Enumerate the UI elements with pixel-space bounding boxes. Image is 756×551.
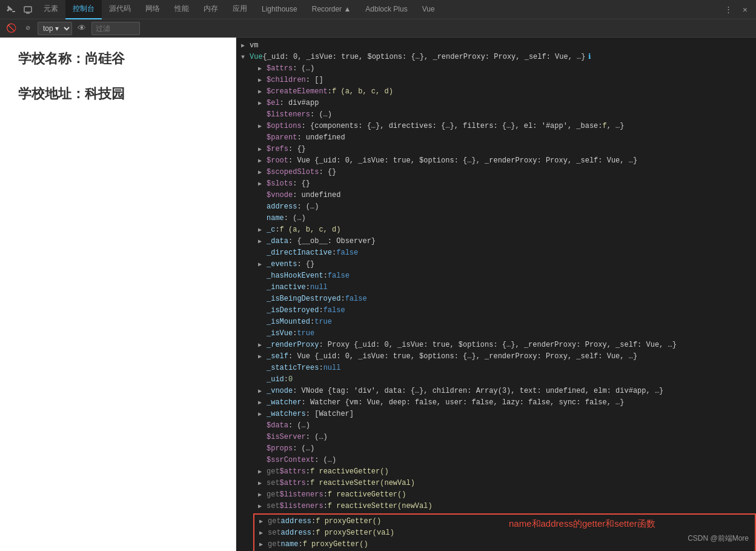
root-arrow[interactable] xyxy=(258,156,267,166)
is-destroyed-line[interactable]: _isDestroyed : false xyxy=(236,305,756,316)
device-icon[interactable] xyxy=(19,1,36,18)
data-arrow[interactable] xyxy=(258,236,267,247)
close-devtools-icon[interactable]: ✕ xyxy=(737,1,754,18)
clear-console-btn[interactable]: 🚫 xyxy=(4,21,18,36)
tab-network[interactable]: 网络 xyxy=(138,0,167,19)
create-element-line[interactable]: $createElement : f (a, b, c, d) xyxy=(236,86,756,98)
name-getter-line[interactable]: name : (…) xyxy=(236,213,756,224)
svg-rect-0 xyxy=(12,11,15,12)
self-line[interactable]: _self : Vue {_uid: 0, _isVue: true, $opt… xyxy=(236,351,756,362)
vue-root-line[interactable]: Vue {_uid: 0, _isVue: true, $options: {…… xyxy=(236,52,756,63)
filter-input[interactable] xyxy=(91,22,140,35)
data-line[interactable]: _data : {__ob__: Observer} xyxy=(236,236,756,247)
csdn-watermark: CSDN @前端More xyxy=(688,533,749,544)
eye-icon[interactable]: 👁 xyxy=(75,21,89,36)
set-address-line[interactable]: set address : f proxySetter(val) xyxy=(254,527,755,539)
scoped-slots-line[interactable]: $scopedSlots : {} xyxy=(236,167,756,178)
slots-arrow[interactable] xyxy=(258,179,267,189)
direct-inactive-line[interactable]: _directInactive : false xyxy=(236,247,756,259)
tab-performance[interactable]: 性能 xyxy=(167,0,196,19)
root-line[interactable]: $root : Vue {_uid: 0, _isVue: true, $opt… xyxy=(236,155,756,167)
inspect-icon[interactable] xyxy=(2,1,19,18)
tab-adblock[interactable]: Adblock Plus xyxy=(358,0,414,19)
children-line[interactable]: $children : [] xyxy=(236,75,756,86)
preserve-log-btn[interactable]: ⊘ xyxy=(21,21,35,36)
school-address: 学校地址：科技园 xyxy=(18,85,217,103)
more-tools-icon[interactable]: ⋮ xyxy=(720,1,737,18)
info-icon[interactable]: ℹ xyxy=(588,52,591,62)
vnode-line[interactable]: $vnode : undefined xyxy=(236,190,756,201)
events-arrow[interactable] xyxy=(258,259,267,270)
options-line[interactable]: $options : {components: {…}, directives:… xyxy=(236,121,756,132)
vm-arrow[interactable] xyxy=(241,41,250,51)
watcher-line[interactable]: _watcher : Watcher {vm: Vue, deep: false… xyxy=(236,397,756,409)
console-toolbar: 🚫 ⊘ top ▾ 👁 xyxy=(0,19,756,38)
watchers-line[interactable]: _watchers : [Watcher] xyxy=(236,409,756,420)
attrs-line[interactable]: $attrs : (…) xyxy=(236,63,756,75)
parent-line[interactable]: $parent : undefined xyxy=(236,132,756,144)
self-arrow[interactable] xyxy=(258,352,267,362)
vnode-internal-arrow[interactable] xyxy=(258,386,267,396)
get-name-arrow[interactable] xyxy=(259,539,268,550)
attrs-arrow[interactable] xyxy=(258,64,267,74)
vnode-internal-line[interactable]: _vnode : VNode {tag: 'div', data: {…}, c… xyxy=(236,386,756,397)
refs-line[interactable]: $refs : {} xyxy=(236,144,756,155)
render-proxy-line[interactable]: _renderProxy : Proxy {_uid: 0, _isVue: t… xyxy=(236,339,756,351)
dollar-data-line[interactable]: $data : (…) xyxy=(236,420,756,432)
inactive-line[interactable]: _inactive : null xyxy=(236,282,756,293)
is-mounted-line[interactable]: _isMounted : true xyxy=(236,316,756,328)
devtools-nav: 元素 控制台 源代码 网络 性能 内存 应用 Lighthouse Record… xyxy=(0,0,756,19)
el-line[interactable]: $el : div#app xyxy=(236,98,756,109)
set-listeners-arrow[interactable] xyxy=(258,501,267,512)
context-selector[interactable]: top ▾ xyxy=(38,22,72,35)
el-arrow[interactable] xyxy=(258,98,267,109)
tab-vue[interactable]: Vue xyxy=(415,0,442,19)
get-listeners-arrow[interactable] xyxy=(258,490,267,500)
set-attrs-line[interactable]: set $attrs : f reactiveSetter(newVal) xyxy=(236,478,756,489)
render-proxy-arrow[interactable] xyxy=(258,340,267,350)
set-attrs-arrow[interactable] xyxy=(258,478,267,489)
console-panel[interactable]: vm Vue {_uid: 0, _isVue: true, $options:… xyxy=(236,38,756,551)
props-line[interactable]: $props : (…) xyxy=(236,443,756,455)
c-arrow[interactable] xyxy=(258,225,267,235)
set-listeners-line[interactable]: set $listeners : f reactiveSetter(newVal… xyxy=(236,501,756,512)
refs-arrow[interactable] xyxy=(258,144,267,155)
children-arrow[interactable] xyxy=(258,75,267,85)
watcher-arrow[interactable] xyxy=(258,398,267,408)
uid-line[interactable]: _uid : 0 xyxy=(236,374,756,386)
listeners-getter-line[interactable]: $listeners : (…) xyxy=(236,109,756,121)
is-server-line[interactable]: $isServer : (…) xyxy=(236,432,756,443)
tab-recorder[interactable]: Recorder ▲ xyxy=(305,0,359,19)
c-line[interactable]: _c : f (a, b, c, d) xyxy=(236,224,756,236)
tab-lighthouse[interactable]: Lighthouse xyxy=(254,0,305,19)
tab-sources[interactable]: 源代码 xyxy=(102,0,138,19)
slots-line[interactable]: $slots : {} xyxy=(236,178,756,190)
tab-console[interactable]: 控制台 xyxy=(65,0,102,19)
has-hook-event-line[interactable]: _hasHookEvent : false xyxy=(236,270,756,282)
get-attrs-arrow[interactable] xyxy=(258,467,267,477)
options-arrow[interactable] xyxy=(258,121,267,132)
is-vue-line[interactable]: _isVue : true xyxy=(236,328,756,339)
events-line[interactable]: _events : {} xyxy=(236,259,756,270)
tab-elements[interactable]: 元素 xyxy=(36,0,65,19)
vue-root-arrow[interactable] xyxy=(241,52,250,62)
address-getter-line[interactable]: address : (…) xyxy=(236,201,756,213)
right-panel-wrapper: vm Vue {_uid: 0, _isVue: true, $options:… xyxy=(236,38,756,551)
get-attrs-line[interactable]: get $attrs : f reactiveGetter() xyxy=(236,466,756,478)
set-address-arrow[interactable] xyxy=(259,528,268,538)
get-listeners-line[interactable]: get $listeners : f reactiveGetter() xyxy=(236,489,756,501)
tab-memory[interactable]: 内存 xyxy=(196,0,225,19)
get-name-line[interactable]: get name : f proxyGetter() xyxy=(254,539,755,550)
tab-application[interactable]: 应用 xyxy=(225,0,254,19)
watchers-arrow[interactable] xyxy=(258,409,267,419)
school-name: 学校名称：尚硅谷 xyxy=(18,50,217,68)
static-trees-line[interactable]: _staticTrees : null xyxy=(236,362,756,374)
vm-line[interactable]: vm xyxy=(236,40,756,52)
scoped-slots-arrow[interactable] xyxy=(258,167,267,178)
create-element-arrow[interactable] xyxy=(258,87,267,97)
ssr-context-line[interactable]: $ssrContext : (…) xyxy=(236,455,756,466)
get-address-arrow[interactable] xyxy=(259,516,268,527)
get-address-line[interactable]: get address : f proxyGetter() xyxy=(254,516,755,527)
is-being-destroyed-line[interactable]: _isBeingDestroyed : false xyxy=(236,293,756,305)
page-preview: 学校名称：尚硅谷 学校地址：科技园 xyxy=(0,38,236,551)
